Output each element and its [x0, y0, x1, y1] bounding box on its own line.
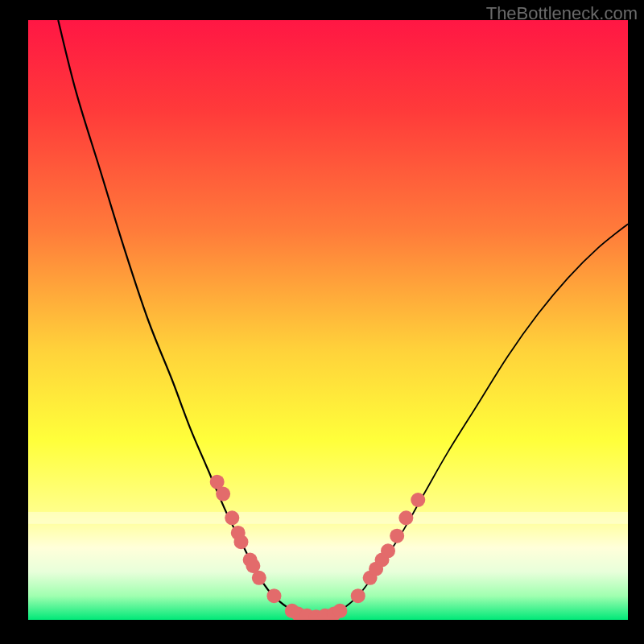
- scatter-point: [233, 535, 248, 549]
- scatter-point: [266, 588, 281, 603]
- scatter-point: [351, 588, 365, 603]
- scatter-point: [225, 510, 239, 525]
- scatter-point: [390, 529, 404, 543]
- chart-curves-layer: [28, 20, 628, 620]
- scatter-point: [216, 487, 230, 502]
- watermark-text: TheBottleneck.com: [486, 3, 638, 24]
- right-curve-line: [328, 224, 629, 617]
- scatter-points-group: [210, 475, 426, 620]
- left-curve-line: [58, 20, 298, 617]
- scatter-point: [332, 604, 347, 618]
- scatter-point: [411, 493, 425, 507]
- scatter-point: [252, 571, 266, 585]
- chart-plot-area: [28, 20, 628, 620]
- scatter-point: [398, 510, 413, 525]
- scatter-point: [381, 543, 395, 558]
